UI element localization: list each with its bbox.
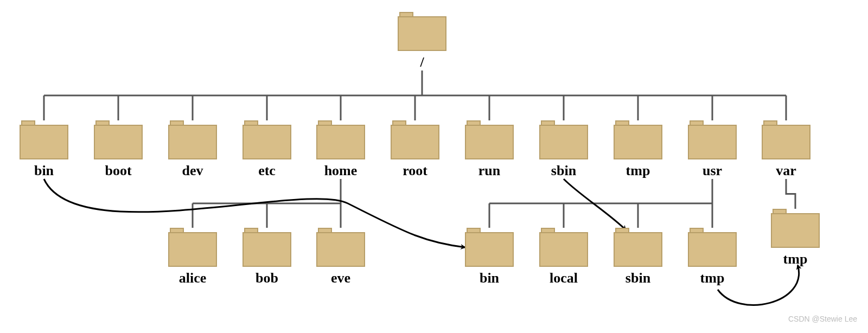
folder-bin: bin (20, 120, 68, 179)
watermark: CSDN @Stewie Lee (788, 315, 857, 323)
folder-icon (762, 120, 810, 159)
folder-label: etc (258, 163, 276, 179)
folder-label: tmp (626, 163, 650, 179)
folder-vtmp: tmp (771, 209, 820, 267)
folder-icon (539, 120, 588, 159)
folder-icon (771, 209, 820, 248)
folder-label: usr (703, 163, 722, 179)
folder-label: alice (179, 270, 207, 286)
folder-icon (539, 228, 588, 267)
folder-label: / (420, 54, 424, 71)
folder-run: run (465, 120, 514, 179)
folder-label: dev (182, 163, 203, 179)
folder-icon (465, 120, 514, 159)
folder-label: root (403, 163, 427, 179)
folder-label: home (324, 163, 358, 179)
folder-utmp: tmp (688, 228, 737, 286)
folder-ulocal: local (539, 228, 588, 286)
folder-bob: bob (242, 228, 291, 286)
folder-label: boot (105, 163, 131, 179)
folder-icon (391, 120, 439, 159)
folder-root: / (398, 12, 446, 71)
folder-tmp: tmp (614, 120, 662, 179)
folder-icon (168, 120, 217, 159)
folder-icon (316, 120, 365, 159)
folder-sbin: sbin (539, 120, 588, 179)
folder-rootd: root (391, 120, 439, 179)
folder-eve: eve (316, 228, 365, 286)
folder-label: bin (480, 270, 499, 286)
folder-home: home (316, 120, 365, 179)
folder-icon (398, 12, 446, 51)
folder-etc: etc (242, 120, 291, 179)
folder-label: sbin (551, 163, 576, 179)
folder-label: local (550, 270, 578, 286)
folder-icon (168, 228, 217, 267)
folder-icon (465, 228, 514, 267)
folder-icon (614, 120, 662, 159)
folder-label: bin (34, 163, 54, 179)
folder-dev: dev (168, 120, 217, 179)
folder-label: sbin (626, 270, 650, 286)
folder-icon (688, 228, 737, 267)
folder-label: run (478, 163, 500, 179)
folder-label: tmp (783, 251, 808, 267)
folder-label: tmp (700, 270, 725, 286)
folder-usr: usr (688, 120, 737, 179)
folder-icon (614, 228, 662, 267)
folder-usbin: sbin (614, 228, 662, 286)
folder-boot: boot (94, 120, 143, 179)
folder-icon (688, 120, 737, 159)
folder-label: eve (331, 270, 350, 286)
folder-icon (20, 120, 68, 159)
folder-label: bob (256, 270, 278, 286)
folder-icon (316, 228, 365, 267)
folder-icon (94, 120, 143, 159)
folder-ubin: bin (465, 228, 514, 286)
folder-icon (242, 120, 291, 159)
folder-alice: alice (168, 228, 217, 286)
folder-var: var (762, 120, 810, 179)
folder-label: var (776, 163, 796, 179)
folder-icon (242, 228, 291, 267)
